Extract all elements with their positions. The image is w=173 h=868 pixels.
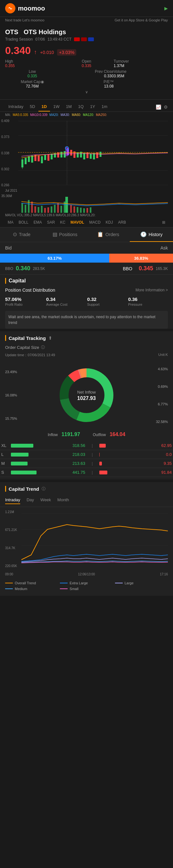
profit-ratio-label: Profit Ratio	[5, 303, 45, 306]
price-chart[interactable]: 0.409 0.373 0.338 0.302 0.266	[0, 118, 173, 188]
table-row-xl: XL 318.56 | 62.95	[0, 441, 173, 450]
chart-settings-icon[interactable]: ⚙	[164, 104, 168, 110]
price-y-2: 0.373	[1, 135, 9, 138]
more-indicators-tab[interactable]: ⊞	[159, 219, 168, 226]
kdj-tab[interactable]: KDJ	[103, 219, 116, 226]
high-item: High 0.355	[5, 59, 59, 68]
extra-large-line	[60, 583, 68, 583]
expand-arrow[interactable]: ∨	[5, 89, 168, 95]
app-name: moomoo	[18, 5, 45, 12]
prev-close-label: Prev Close	[95, 69, 114, 74]
trading-session: Trading Session 07/06 13:49:43 CCT	[5, 37, 168, 41]
donut-label-16: 16.08%	[5, 393, 17, 397]
ma5-indicator: MA5:0.335	[13, 113, 28, 117]
arb-tab[interactable]: ARB	[116, 219, 129, 226]
tab-intraday[interactable]: Intraday	[5, 102, 27, 112]
tab-5d[interactable]: 5D	[27, 102, 39, 112]
orders-tab[interactable]: 📋 Orders	[86, 227, 130, 242]
xl-outflow-bar	[99, 444, 106, 447]
stock-ticker: OTS	[5, 28, 18, 35]
trend-info-icon: ⓘ	[42, 486, 46, 492]
turnover-item: Turnover 1.37M	[114, 59, 168, 68]
tagline-left: Next trade Let's moomoo	[5, 18, 45, 22]
donut-svg: Net Inflow 1027.93	[54, 363, 119, 427]
ma-tab[interactable]: MA	[5, 219, 16, 226]
volume-label-chart: 35:36M	[1, 194, 12, 198]
ma120-indicator: MA120:	[83, 113, 94, 117]
boll-tab[interactable]: BOLL	[16, 219, 31, 226]
tab-1y[interactable]: 1Y	[87, 102, 98, 112]
tab-1d[interactable]: 1D	[39, 102, 50, 112]
table-row-l: L 218.03 | 0.0	[0, 450, 173, 459]
capital-tracking-title: Capital Tracking	[9, 336, 46, 341]
bid-percentage-bar: 63.17%	[0, 254, 109, 262]
kc-tab[interactable]: KC	[57, 219, 68, 226]
svg-rect-53	[77, 207, 78, 213]
chart-line-icon[interactable]: 📈	[156, 104, 161, 110]
turnover-value: 1.37M	[114, 64, 124, 68]
legend-extra-large: Extra Large	[60, 581, 113, 585]
inflow-item: Inflow 1191.97	[48, 432, 80, 437]
size-l: L	[0, 450, 9, 459]
l-outflow-bar-cell	[98, 450, 132, 459]
l-outflow-bar	[99, 453, 100, 457]
m-inflow-bar	[11, 462, 28, 465]
y-label-top: 1.21M	[5, 510, 17, 514]
ma-label: MA:	[5, 113, 11, 117]
donut-label-32: 32.58%	[156, 420, 168, 424]
trend-x-labels: 09:00 12:06/13:00 17:16	[0, 572, 173, 579]
size-m: M	[0, 459, 9, 468]
xl-inflow-value: 318.56	[38, 441, 86, 450]
bid-label: Bid	[5, 245, 86, 250]
sar-tab[interactable]: SAR	[45, 219, 58, 226]
bbo-ask-price: 0.345	[139, 265, 153, 272]
export-icon[interactable]: ⬆	[48, 336, 52, 341]
s-outflow-bar-cell	[98, 468, 132, 477]
history-icon: 🕐	[140, 231, 147, 237]
svg-rect-42	[41, 206, 43, 213]
positions-tab[interactable]: ▤ Positions	[43, 227, 86, 242]
more-info-link[interactable]: More Information >	[135, 288, 168, 292]
high-label: High	[5, 59, 13, 64]
tagline-bar: Next trade Let's moomoo Get it on App St…	[0, 17, 173, 25]
open-value: 0.335	[82, 64, 91, 68]
bbo-ask-vol: 165.3K	[156, 267, 168, 271]
stock-details-grid: High 0.355 Open 0.335 Turnover 1.37M Low…	[5, 59, 168, 89]
l-inflow-bar-cell	[9, 450, 38, 459]
ma10-indicator: MA10:0.339	[30, 113, 47, 117]
m-inflow-value: 213.63	[38, 459, 86, 468]
avg-cost-label: Average Cost	[46, 303, 86, 306]
svg-rect-38	[28, 200, 29, 213]
ct-tab-week[interactable]: Week	[40, 496, 51, 504]
chart-date-label: Jul 2021	[0, 188, 173, 194]
history-tab[interactable]: 🕐 History	[130, 227, 173, 242]
ema-tab[interactable]: EMA	[31, 219, 45, 226]
svg-rect-56	[86, 208, 88, 213]
svg-rect-40	[34, 206, 36, 213]
ct-tab-day[interactable]: Day	[27, 496, 34, 504]
stock-info-section: OTS OTS Holdings Trading Session 07/06 1…	[0, 25, 173, 100]
ct-tab-intraday[interactable]: Intraday	[5, 496, 20, 504]
tab-1w[interactable]: 1W	[50, 102, 63, 112]
tab-1min[interactable]: 1m	[98, 102, 110, 112]
trend-chart-area: 1.21M 671.21K 314.7K 220.65K	[0, 507, 173, 572]
chart-icons: 📈 ⚙	[156, 102, 168, 112]
mavol-tab[interactable]: MAVOL	[68, 219, 86, 226]
tab-1m[interactable]: 1M	[63, 102, 75, 112]
donut-right-labels: 4.63% 0.69% 6.77% 32.58%	[156, 360, 168, 430]
capital-title: Capital	[9, 278, 26, 284]
pe-value: 13.08	[104, 84, 114, 89]
price-y-top: 0.409	[1, 119, 9, 123]
y-label-2: 671.21K	[5, 528, 17, 532]
donut-label-23: 23.49%	[5, 370, 17, 374]
legend-small: Small	[60, 587, 113, 591]
trade-tab[interactable]: ⊙ Trade	[0, 227, 43, 242]
ct-tab-month[interactable]: Month	[57, 496, 69, 504]
tab-1q[interactable]: 1Q	[75, 102, 87, 112]
l-inflow-bar	[11, 453, 28, 457]
capital-size-table: XL 318.56 | 62.95 L 218.03 | 0.0 M	[0, 441, 173, 477]
svg-rect-47	[57, 203, 59, 213]
macd-tab[interactable]: MACD	[87, 219, 103, 226]
inflow-value: 1191.97	[61, 432, 80, 437]
svg-rect-36	[22, 203, 23, 213]
